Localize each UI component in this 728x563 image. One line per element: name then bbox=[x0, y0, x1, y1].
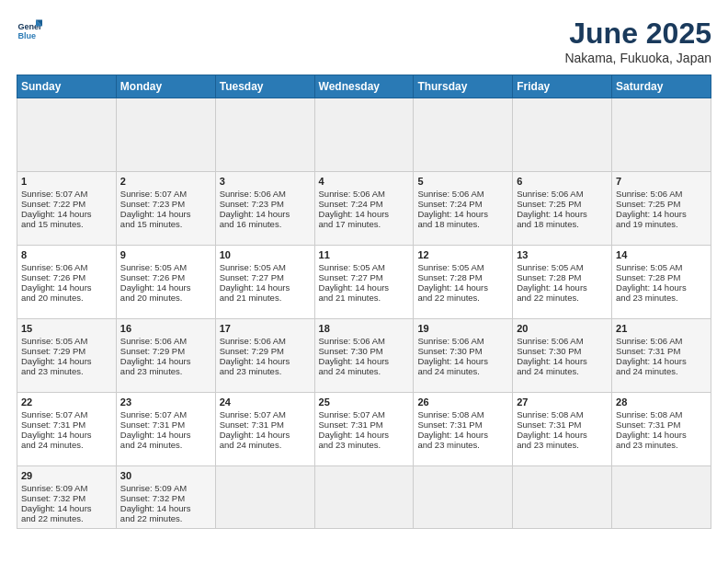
day-info: Sunrise: 5:07 AM bbox=[21, 189, 112, 199]
day-info: Daylight: 14 hours bbox=[220, 209, 311, 219]
day-info: Sunrise: 5:05 AM bbox=[417, 262, 508, 272]
day-number: 7 bbox=[616, 176, 707, 187]
day-number: 26 bbox=[417, 396, 508, 408]
day-info: Daylight: 14 hours bbox=[616, 209, 707, 219]
day-info: Sunset: 7:25 PM bbox=[517, 199, 608, 209]
table-row: 16Sunrise: 5:06 AMSunset: 7:29 PMDayligh… bbox=[116, 319, 215, 393]
table-row: 21Sunrise: 5:06 AMSunset: 7:31 PMDayligh… bbox=[612, 319, 711, 393]
day-info: Sunset: 7:31 PM bbox=[417, 419, 508, 430]
day-info: Sunrise: 5:06 AM bbox=[517, 336, 608, 346]
day-number: 29 bbox=[21, 470, 112, 481]
day-info: and 16 minutes. bbox=[220, 219, 311, 229]
col-monday: Monday bbox=[116, 75, 215, 98]
day-info: Sunrise: 5:06 AM bbox=[319, 189, 410, 199]
col-sunday: Sunday bbox=[17, 75, 117, 98]
table-row: 12Sunrise: 5:05 AMSunset: 7:28 PMDayligh… bbox=[414, 246, 513, 319]
day-info: Sunset: 7:32 PM bbox=[21, 493, 112, 503]
table-row bbox=[414, 98, 513, 172]
table-row bbox=[215, 98, 314, 172]
day-info: Sunset: 7:30 PM bbox=[517, 346, 608, 356]
day-info: Daylight: 14 hours bbox=[417, 430, 508, 440]
day-number: 16 bbox=[120, 323, 211, 334]
day-info: and 18 minutes. bbox=[417, 219, 508, 229]
day-info: Sunset: 7:31 PM bbox=[319, 419, 410, 430]
day-number: 3 bbox=[220, 176, 311, 187]
day-number: 22 bbox=[21, 396, 112, 408]
table-row: 7Sunrise: 5:06 AMSunset: 7:25 PMDaylight… bbox=[612, 172, 711, 246]
day-info: Sunrise: 5:06 AM bbox=[417, 189, 508, 199]
day-info: Daylight: 14 hours bbox=[417, 356, 508, 366]
day-number: 2 bbox=[120, 176, 211, 187]
day-number: 18 bbox=[319, 323, 410, 334]
title-block: June 2025 Nakama, Fukuoka, Japan bbox=[564, 17, 711, 65]
table-row: 17Sunrise: 5:06 AMSunset: 7:29 PMDayligh… bbox=[215, 319, 314, 393]
table-row: 20Sunrise: 5:06 AMSunset: 7:30 PMDayligh… bbox=[513, 319, 612, 393]
day-info: Sunset: 7:25 PM bbox=[616, 199, 707, 209]
table-row bbox=[612, 466, 711, 529]
logo-icon: General Blue bbox=[17, 17, 42, 42]
table-row: 11Sunrise: 5:05 AMSunset: 7:27 PMDayligh… bbox=[314, 246, 414, 319]
col-thursday: Thursday bbox=[414, 75, 513, 98]
day-info: Sunset: 7:28 PM bbox=[417, 272, 508, 282]
day-info: Daylight: 14 hours bbox=[616, 430, 707, 440]
table-row: 15Sunrise: 5:05 AMSunset: 7:29 PMDayligh… bbox=[17, 319, 117, 393]
day-info: Sunset: 7:24 PM bbox=[319, 199, 410, 209]
table-row bbox=[116, 98, 215, 172]
col-wednesday: Wednesday bbox=[314, 75, 414, 98]
day-info: and 23 minutes. bbox=[616, 440, 707, 450]
day-info: Daylight: 14 hours bbox=[517, 282, 608, 293]
day-info: and 24 minutes. bbox=[417, 366, 508, 376]
table-row bbox=[17, 98, 117, 172]
day-info: and 24 minutes. bbox=[120, 440, 211, 450]
day-number: 23 bbox=[120, 396, 211, 408]
day-number: 17 bbox=[220, 323, 311, 334]
table-row: 24Sunrise: 5:07 AMSunset: 7:31 PMDayligh… bbox=[215, 393, 314, 466]
col-saturday: Saturday bbox=[612, 75, 711, 98]
day-number: 4 bbox=[319, 176, 410, 187]
table-row: 27Sunrise: 5:08 AMSunset: 7:31 PMDayligh… bbox=[513, 393, 612, 466]
day-info: and 18 minutes. bbox=[517, 219, 608, 229]
table-row bbox=[513, 98, 612, 172]
day-number: 13 bbox=[517, 249, 608, 260]
logo: General Blue bbox=[17, 17, 42, 42]
day-info: Daylight: 14 hours bbox=[616, 356, 707, 366]
day-info: Daylight: 14 hours bbox=[319, 209, 410, 219]
day-info: Daylight: 14 hours bbox=[120, 209, 211, 219]
table-row: 29Sunrise: 5:09 AMSunset: 7:32 PMDayligh… bbox=[17, 466, 117, 529]
day-info: and 24 minutes. bbox=[220, 440, 311, 450]
day-info: and 17 minutes. bbox=[319, 219, 410, 229]
day-info: and 24 minutes. bbox=[21, 440, 112, 450]
day-info: Sunset: 7:31 PM bbox=[517, 419, 608, 430]
header-row: Sunday Monday Tuesday Wednesday Thursday… bbox=[17, 75, 711, 98]
day-info: Daylight: 14 hours bbox=[120, 430, 211, 440]
day-info: Sunset: 7:29 PM bbox=[120, 346, 211, 356]
day-info: Daylight: 14 hours bbox=[21, 503, 112, 513]
table-row bbox=[612, 98, 711, 172]
day-info: Sunrise: 5:06 AM bbox=[417, 336, 508, 346]
day-info: Sunrise: 5:06 AM bbox=[220, 336, 311, 346]
day-info: Daylight: 14 hours bbox=[319, 356, 410, 366]
day-info: Sunset: 7:31 PM bbox=[616, 346, 707, 356]
col-tuesday: Tuesday bbox=[215, 75, 314, 98]
table-row: 9Sunrise: 5:05 AMSunset: 7:26 PMDaylight… bbox=[116, 246, 215, 319]
table-row: 6Sunrise: 5:06 AMSunset: 7:25 PMDaylight… bbox=[513, 172, 612, 246]
day-info: Sunrise: 5:09 AM bbox=[120, 483, 211, 493]
col-friday: Friday bbox=[513, 75, 612, 98]
day-info: Sunset: 7:29 PM bbox=[220, 346, 311, 356]
day-info: Daylight: 14 hours bbox=[220, 282, 311, 293]
day-number: 8 bbox=[21, 249, 112, 260]
day-info: and 23 minutes. bbox=[120, 366, 211, 376]
table-row: 23Sunrise: 5:07 AMSunset: 7:31 PMDayligh… bbox=[116, 393, 215, 466]
table-row bbox=[314, 98, 414, 172]
calendar-table: Sunday Monday Tuesday Wednesday Thursday… bbox=[17, 75, 711, 529]
table-row: 2Sunrise: 5:07 AMSunset: 7:23 PMDaylight… bbox=[116, 172, 215, 246]
day-info: Sunrise: 5:08 AM bbox=[616, 409, 707, 419]
day-info: Sunset: 7:30 PM bbox=[319, 346, 410, 356]
day-info: Sunrise: 5:06 AM bbox=[616, 189, 707, 199]
table-row: 22Sunrise: 5:07 AMSunset: 7:31 PMDayligh… bbox=[17, 393, 117, 466]
day-info: Sunrise: 5:05 AM bbox=[517, 262, 608, 272]
day-info: Sunrise: 5:05 AM bbox=[21, 336, 112, 346]
day-info: Sunset: 7:32 PM bbox=[120, 493, 211, 503]
day-info: Sunrise: 5:07 AM bbox=[21, 409, 112, 419]
day-info: Sunrise: 5:05 AM bbox=[319, 262, 410, 272]
